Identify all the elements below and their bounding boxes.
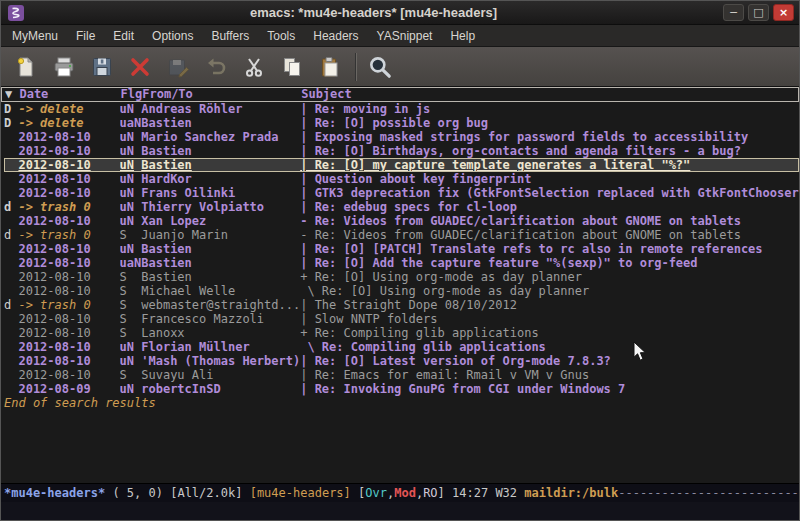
cut-icon[interactable] xyxy=(239,52,269,82)
message-row[interactable]: 2012-08-10uNBastien| Re: [O] my capture … xyxy=(4,158,799,172)
column-header-from[interactable]: From/To xyxy=(142,88,301,101)
message-from: Bastien xyxy=(141,270,300,284)
message-date: 2012-08-10 xyxy=(18,270,119,284)
titlebar: emacs: *mu4e-headers* [mu4e-headers] − □… xyxy=(1,1,799,25)
message-subject: | Re: [O] my capture template generates … xyxy=(300,158,690,172)
message-flags: uN xyxy=(120,382,142,396)
maximize-button[interactable]: □ xyxy=(748,4,769,21)
message-row[interactable]: d-> trash 0uNThierry Volpiatto| Re: edeb… xyxy=(4,200,799,214)
message-row[interactable]: 2012-08-10uNFrans Oilinki| GTK3 deprecat… xyxy=(4,186,799,200)
message-from: Bastien xyxy=(141,242,300,256)
message-row[interactable]: 2012-08-10uNBastien| Re: [O] [PATCH] Tra… xyxy=(4,242,799,256)
message-subject: | Re: Emacs for email: Rmail v VM v Gnus xyxy=(300,368,589,382)
message-from: Bastien xyxy=(141,144,300,158)
message-from: Florian Müllner xyxy=(141,340,300,354)
search-icon[interactable] xyxy=(365,52,395,82)
message-flags: uN xyxy=(120,130,142,144)
message-from: robertcInSD xyxy=(141,382,300,396)
message-mark: D xyxy=(4,102,18,116)
message-date: 2012-08-10 xyxy=(18,340,119,354)
message-row[interactable]: 2012-08-10uaNBastien| Re: [O] Add the ca… xyxy=(4,256,799,270)
message-date: 2012-08-10 xyxy=(18,186,119,200)
headers-sort-bar: ▼DateFlgsFrom/ToSubject xyxy=(1,87,799,102)
modeline: *mu4e-headers* ( 5, 0) [All/2.0k] [mu4e-… xyxy=(1,483,799,502)
message-row[interactable]: D-> deleteuNAndreas Röhler| Re: moving i… xyxy=(4,102,799,116)
modeline-minor[interactable]: [mu4e-headers] xyxy=(250,486,358,500)
message-row[interactable]: d-> trash 0SJuanjo Marin- Re: Videos fro… xyxy=(4,228,799,242)
message-from: Michael Welle xyxy=(141,284,300,298)
message-flags: uN xyxy=(120,200,142,214)
menu-item-mymenu[interactable]: MyMenu xyxy=(3,26,67,46)
menu-item-file[interactable]: File xyxy=(67,26,104,46)
modeline-ro: RO xyxy=(423,486,437,500)
message-flags: S xyxy=(120,228,142,242)
message-subject: | Slow NNTP folders xyxy=(300,312,437,326)
message-from: Bastien xyxy=(141,256,300,270)
menu-item-buffers[interactable]: Buffers xyxy=(202,26,258,46)
message-subject: | Re: [O] Latest version of Org-mode 7.8… xyxy=(300,354,611,368)
minimize-button[interactable]: − xyxy=(723,4,744,21)
menu-item-tools[interactable]: Tools xyxy=(258,26,304,46)
message-date: -> trash 0 xyxy=(18,298,119,312)
message-row[interactable]: 2012-08-09uNrobertcInSD| Re: Invoking Gn… xyxy=(4,382,799,396)
message-flags: S xyxy=(120,312,142,326)
message-from: 'Mash (Thomas Herbert) xyxy=(141,354,300,368)
message-from: Juanjo Marin xyxy=(141,228,300,242)
message-subject: | GTK3 deprecation fix (GtkFontSelection… xyxy=(300,186,799,200)
menu-item-edit[interactable]: Edit xyxy=(104,26,143,46)
message-flags: uN xyxy=(120,172,142,186)
message-date: 2012-08-10 xyxy=(18,214,119,228)
message-mark: d xyxy=(4,298,18,312)
modeline-plain: [All/2.0k] xyxy=(170,486,249,500)
column-header-subject[interactable]: Subject xyxy=(301,87,352,101)
message-subject: \ Re: Compiling glib applications xyxy=(300,340,546,354)
message-date: 2012-08-10 xyxy=(18,312,119,326)
message-row[interactable]: 2012-08-10SFrancesco Mazzoli| Slow NNTP … xyxy=(4,312,799,326)
column-header-flags[interactable]: Flgs xyxy=(121,88,143,101)
modeline-dir: maildir:/bulk xyxy=(524,486,618,500)
message-flags: uN xyxy=(120,158,142,172)
menu-item-yasnippet[interactable]: YASnippet xyxy=(368,26,442,46)
message-row[interactable]: 2012-08-10SMichael Welle \ Re: [O] Using… xyxy=(4,284,799,298)
menu-item-headers[interactable]: Headers xyxy=(304,26,367,46)
new-file-icon[interactable] xyxy=(11,52,41,82)
message-row[interactable]: D-> deleteuaNBastien| Re: [O] possible o… xyxy=(4,116,799,130)
message-row[interactable]: 2012-08-10SBastien+ Re: [O] Using org-mo… xyxy=(4,270,799,284)
message-row[interactable]: 2012-08-10uNHardKor| Question about key … xyxy=(4,172,799,186)
message-flags: S xyxy=(120,284,142,298)
message-row[interactable]: 2012-08-10SLanoxx+ Re: Compiling glib ap… xyxy=(4,326,799,340)
print-icon[interactable] xyxy=(49,52,79,82)
modeline-plain: 14:27 xyxy=(452,486,495,500)
menu-item-options[interactable]: Options xyxy=(143,26,202,46)
message-row[interactable]: 2012-08-10uN'Mash (Thomas Herbert)| Re: … xyxy=(4,354,799,368)
message-date: 2012-08-10 xyxy=(18,368,119,382)
message-date: 2012-08-10 xyxy=(18,326,119,340)
message-row[interactable]: 2012-08-10uNXan Lopez- Re: Videos from G… xyxy=(4,214,799,228)
save-as-icon xyxy=(163,52,193,82)
save-icon[interactable] xyxy=(87,52,117,82)
column-header-date[interactable]: Date xyxy=(19,88,120,101)
message-from: Lanoxx xyxy=(141,326,300,340)
message-subject: | Re: Invoking GnuPG from CGI under Wind… xyxy=(300,382,625,396)
menu-item-help[interactable]: Help xyxy=(441,26,484,46)
message-flags: S xyxy=(120,298,142,312)
close-buffer-icon[interactable] xyxy=(125,52,155,82)
undo-icon xyxy=(201,52,231,82)
message-flags: S xyxy=(120,270,142,284)
message-row[interactable]: d-> trash 0Swebmaster@straightd...| The … xyxy=(4,298,799,312)
modeline-buffer[interactable]: *mu4e-headers* xyxy=(4,486,105,500)
message-row[interactable]: 2012-08-10SSuvayu Ali| Re: Emacs for ema… xyxy=(4,368,799,382)
paste-icon[interactable] xyxy=(315,52,345,82)
message-row[interactable]: 2012-08-10uNFlorian Müllner \ Re: Compil… xyxy=(4,340,799,354)
close-button[interactable]: × xyxy=(773,4,794,21)
message-date: -> trash 0 xyxy=(18,228,119,242)
message-from: Mario Sanchez Prada xyxy=(141,130,300,144)
message-subject: - Re: Videos from GUADEC/clarification a… xyxy=(300,228,741,242)
message-date: 2012-08-10 xyxy=(18,354,119,368)
message-row[interactable]: 2012-08-10uNMario Sanchez Prada| Exposin… xyxy=(4,130,799,144)
message-flags: uaN xyxy=(120,256,142,270)
copy-icon[interactable] xyxy=(277,52,307,82)
message-subject: + Re: Compiling glib applications xyxy=(300,326,538,340)
modeline-dashes: -------------------------------- xyxy=(618,486,799,500)
message-row[interactable]: 2012-08-10uNBastien| Re: [O] Birthdays, … xyxy=(4,144,799,158)
